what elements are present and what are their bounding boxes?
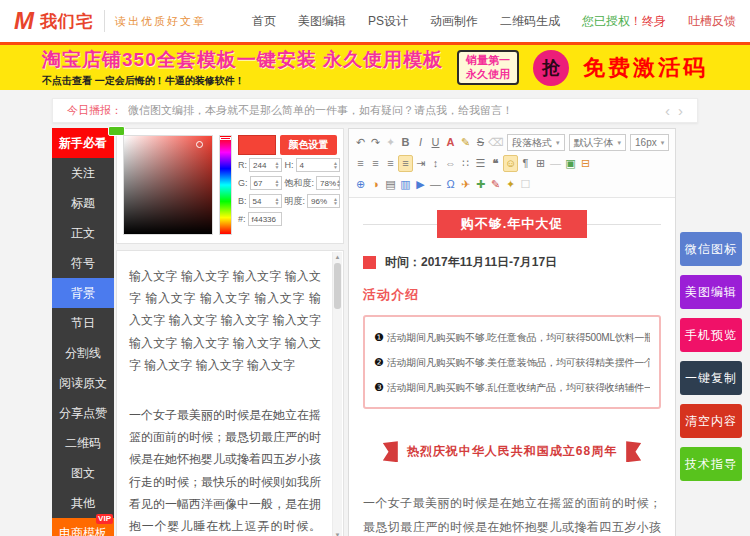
sidebar-item-ecommerce-template[interactable]: 电商模板 VIP <box>52 518 114 536</box>
nav-feedback[interactable]: 吐槽反馈 <box>688 13 736 30</box>
font-size-select[interactable]: 16px▾ <box>630 134 669 151</box>
toolbar-row-2: ≡ ≡ ≡ ≡ ⇥ ↕ ⇔ ∷ ☰ ❝ ☺ ¶ ⊞ ― ▣ ⊟ <box>353 153 671 174</box>
line-height-icon[interactable]: ↕ <box>428 155 443 172</box>
sidebar-item-qrcode[interactable]: 二维码 <box>52 428 114 458</box>
align-right-icon[interactable]: ≡ <box>383 155 398 172</box>
wechat-icon-button[interactable]: 微信图标 <box>680 232 742 266</box>
map-icon[interactable]: ▤ <box>383 176 398 193</box>
paragraph-format-select[interactable]: 段落格式▾ <box>507 134 565 151</box>
font-family-select[interactable]: 默认字体▾ <box>569 134 627 151</box>
color-swatch[interactable] <box>238 135 276 155</box>
align-left-icon[interactable]: ≡ <box>353 155 368 172</box>
sidebar-item-divider[interactable]: 分割线 <box>52 338 114 368</box>
one-click-copy-button[interactable]: 一键复制 <box>680 361 742 395</box>
hue-input[interactable]: 4▲▼ <box>296 158 340 172</box>
preview-scrollbar[interactable]: ▲ ▼ <box>332 252 342 536</box>
stepper-icon[interactable]: ▲▼ <box>333 161 338 169</box>
highlight-color-icon[interactable]: ✎ <box>458 134 473 151</box>
video-icon[interactable]: ▶ <box>413 176 428 193</box>
redo-icon[interactable]: ↷ <box>368 134 383 151</box>
stepper-icon[interactable]: ▲▼ <box>275 197 280 205</box>
free-activation-link[interactable]: 免费激活码 <box>583 53 708 83</box>
blue-field: B: 54▲▼ <box>238 194 282 208</box>
red-input[interactable]: 244▲▼ <box>249 158 282 172</box>
blue-input[interactable]: 54▲▼ <box>249 194 282 208</box>
saturation-input[interactable]: 78%▲▼ <box>316 176 340 190</box>
nav-home[interactable]: 首页 <box>252 13 276 30</box>
palette-icon[interactable]: ◑ <box>368 176 383 193</box>
ordered-list-icon[interactable]: ∷ <box>458 155 473 172</box>
saturation-square[interactable] <box>123 135 213 235</box>
image-icon[interactable]: ▣ <box>563 155 578 172</box>
special-char-icon[interactable]: Ω <box>443 176 458 193</box>
sidebar-item-imagetext[interactable]: 图文 <box>52 458 114 488</box>
indent-icon[interactable]: ⇥ <box>413 155 428 172</box>
nav-image-edit[interactable]: 美图编辑 <box>298 13 346 30</box>
nav-ps-design[interactable]: PS设计 <box>368 13 408 30</box>
eraser-icon[interactable]: ⌫ <box>488 134 503 151</box>
format-painter-icon[interactable]: ✦ <box>383 134 398 151</box>
editor-canvas[interactable]: 购不够.年中大促 时间：2017年11月11日-7月17日 活动介绍 ❶活动期间… <box>349 198 675 536</box>
align-justify-icon[interactable]: ≡ <box>398 155 413 172</box>
strikethrough-icon[interactable]: S <box>473 134 488 151</box>
grab-button[interactable]: 抢 <box>533 50 569 86</box>
image-edit-button[interactable]: 美图编辑 <box>680 275 742 309</box>
stepper-icon[interactable]: ▲▼ <box>275 161 280 169</box>
green-input[interactable]: 67▲▼ <box>250 176 282 190</box>
sidebar-item-readmore[interactable]: 阅读原文 <box>52 368 114 398</box>
align-center-icon[interactable]: ≡ <box>368 155 383 172</box>
site-logo[interactable]: M 我们宅 <box>14 7 94 35</box>
sidebar-item-symbol[interactable]: 符号 <box>52 248 114 278</box>
stepper-icon[interactable]: ▲▼ <box>275 179 280 187</box>
template-preview[interactable]: 输入文字 输入文字 输入文字 输入文字 输入文字 输入文字 输入文字 输入文字 … <box>116 250 344 536</box>
sidebar-item-beginner[interactable]: 新手必看 <box>52 128 114 158</box>
paragraph-icon[interactable]: ¶ <box>518 155 533 172</box>
brightness-input[interactable]: 96%▲▼ <box>307 194 340 208</box>
clear-content-button[interactable]: 清空内容 <box>680 404 742 438</box>
undo-icon[interactable]: ↶ <box>353 134 368 151</box>
hue-marker-icon[interactable] <box>220 137 231 140</box>
scrollbar-thumb[interactable] <box>334 263 341 309</box>
fix-tool-icon[interactable]: ✚ <box>473 176 488 193</box>
divider-insert-icon[interactable]: ― <box>428 176 443 193</box>
ticker-next-icon[interactable]: › <box>678 103 683 118</box>
anchor-icon[interactable]: ⊕ <box>353 176 368 193</box>
italic-icon[interactable]: I <box>413 134 428 151</box>
letter-spacing-icon[interactable]: ⇔ <box>443 155 458 172</box>
magic-icon[interactable]: ✦ <box>503 176 518 193</box>
hue-slider[interactable] <box>219 135 232 235</box>
bold-icon[interactable]: B <box>398 134 413 151</box>
stepper-icon[interactable]: ▲▼ <box>336 179 341 187</box>
sidebar-item-share-like[interactable]: 分享点赞 <box>52 398 114 428</box>
scroll-up-icon[interactable]: ▲ <box>333 252 342 262</box>
emoji-icon[interactable]: ☺ <box>503 155 518 172</box>
table-icon[interactable]: ⊞ <box>533 155 548 172</box>
sidebar-item-title[interactable]: 标题 <box>52 188 114 218</box>
promo-banner[interactable]: 淘宝店铺350全套模板一键安装 永久使用模板 不点击查看 一定会后悔的！牛逼的装… <box>0 42 750 90</box>
hex-input[interactable]: f44336 <box>248 212 282 226</box>
nav-animation[interactable]: 动画制作 <box>430 13 478 30</box>
brush-icon[interactable]: ✎ <box>488 176 503 193</box>
ticker-prev-icon[interactable]: ‹ <box>665 103 670 118</box>
horizontal-rule-icon[interactable]: ― <box>548 155 563 172</box>
unordered-list-icon[interactable]: ☰ <box>473 155 488 172</box>
chart-icon[interactable]: ▥ <box>398 176 413 193</box>
mobile-preview-button[interactable]: 手机预览 <box>680 318 742 352</box>
sidebar-item-follow[interactable]: 关注 <box>52 158 114 188</box>
scroll-down-icon[interactable]: ▼ <box>333 530 342 536</box>
clean-format-icon[interactable]: ✈ <box>458 176 473 193</box>
attachment-icon[interactable]: ⊟ <box>578 155 593 172</box>
blockquote-icon[interactable]: ❝ <box>488 155 503 172</box>
color-settings-button[interactable]: 颜色设置 <box>280 135 337 155</box>
saturation-cursor-icon[interactable] <box>196 141 203 148</box>
ticker-message[interactable]: 微信图文编排，本身就不是那么简单的一件事，如有疑问？请点我，给我留言！ <box>128 103 513 118</box>
stepper-icon[interactable]: ▲▼ <box>333 197 338 205</box>
font-color-icon[interactable]: A <box>443 134 458 151</box>
nav-qrcode[interactable]: 二维码生成 <box>500 13 560 30</box>
sidebar-item-body[interactable]: 正文 <box>52 218 114 248</box>
sidebar-item-background[interactable]: 背景 <box>52 278 114 308</box>
checkbox-icon[interactable]: ☐ <box>518 176 533 193</box>
sidebar-item-festival[interactable]: 节日 <box>52 308 114 338</box>
underline-icon[interactable]: U <box>428 134 443 151</box>
tech-support-button[interactable]: 技术指导 <box>680 447 742 481</box>
